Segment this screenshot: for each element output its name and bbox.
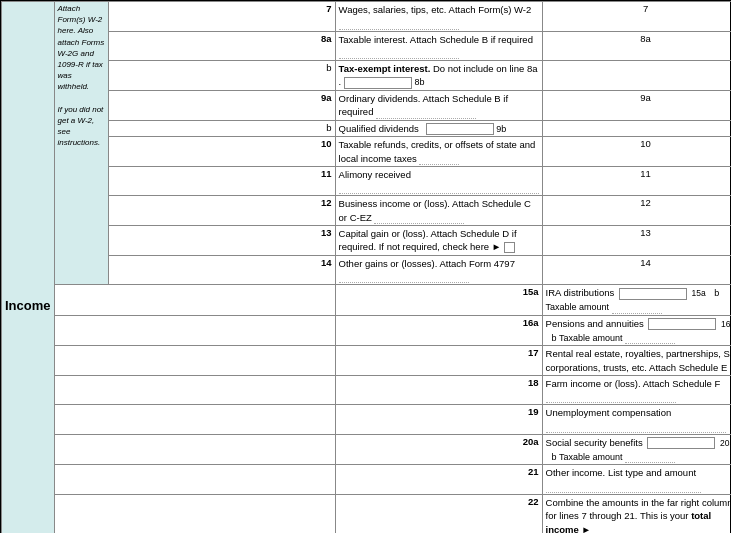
line-desc-21: Other income. List type and amount bbox=[542, 465, 731, 495]
attach-note: Attach Form(s) W-2 here. Also attach For… bbox=[54, 2, 108, 285]
line-12-row: 12 Business income or (loss). Attach Sch… bbox=[2, 196, 732, 226]
value-box-9b bbox=[542, 120, 731, 137]
line-16a-row: 16a Pensions and annuities 16a b Taxable… bbox=[2, 315, 732, 345]
line-desc-22: Combine the amounts in the far right col… bbox=[542, 495, 731, 533]
line-desc-13: Capital gain or (loss). Attach Schedule … bbox=[335, 226, 542, 256]
line-8a-row: 8a Taxable interest. Attach Schedule B i… bbox=[2, 31, 732, 61]
value-box-12: 12 bbox=[542, 196, 731, 226]
line-desc-18: Farm income or (loss). Attach Schedule F bbox=[542, 375, 731, 405]
line-22-row: 22 Combine the amounts in the far right … bbox=[2, 495, 732, 533]
line-desc-16a: Pensions and annuities 16a b Taxable amo… bbox=[542, 315, 731, 345]
line-num-22: 22 bbox=[335, 495, 542, 533]
line-desc-20a: Social security benefits 20a b Taxable a… bbox=[542, 434, 731, 464]
line-num-8a: 8a bbox=[108, 31, 335, 61]
line-num-7: 7 bbox=[108, 2, 335, 32]
value-box-9a: 9a bbox=[542, 91, 731, 121]
line-num-10: 10 bbox=[108, 137, 335, 167]
line-desc-17: Rental real estate, royalties, partnersh… bbox=[542, 346, 731, 376]
line-13-row: 13 Capital gain or (loss). Attach Schedu… bbox=[2, 226, 732, 256]
line-num-12: 12 bbox=[108, 196, 335, 226]
line-desc-9a: Ordinary dividends. Attach Schedule B if… bbox=[335, 91, 542, 121]
line-9a-row: 9a Ordinary dividends. Attach Schedule B… bbox=[2, 91, 732, 121]
line-desc-15a: IRA distributions 15a b Taxable amount bbox=[542, 285, 731, 315]
line-15a-row: 15a IRA distributions 15a b Taxable amou… bbox=[2, 285, 732, 315]
form-container: Income Attach Form(s) W-2 here. Also att… bbox=[0, 0, 731, 533]
line-18-row: 18 Farm income or (loss). Attach Schedul… bbox=[2, 375, 732, 405]
line-14-row: 14 Other gains or (losses). Attach Form … bbox=[2, 255, 732, 285]
line-num-8b: b bbox=[108, 61, 335, 91]
line-num-16a: 16a bbox=[335, 315, 542, 345]
income-section-label: Income bbox=[2, 2, 55, 534]
value-box-7: 7 bbox=[542, 2, 731, 32]
line-num-15a: 15a bbox=[335, 285, 542, 315]
line-num-18: 18 bbox=[335, 375, 542, 405]
line-num-9b: b bbox=[108, 120, 335, 137]
line-desc-12: Business income or (loss). Attach Schedu… bbox=[335, 196, 542, 226]
value-box-13: 13 bbox=[542, 226, 731, 256]
value-box-8b bbox=[542, 61, 731, 91]
line-desc-11: Alimony received bbox=[335, 166, 542, 196]
line-num-11: 11 bbox=[108, 166, 335, 196]
line-8b-row: b Tax-exempt interest. Do not include on… bbox=[2, 61, 732, 91]
line-11-row: 11 Alimony received 11 bbox=[2, 166, 732, 196]
line-num-13: 13 bbox=[108, 226, 335, 256]
line-9b-row: b Qualified dividends 9b bbox=[2, 120, 732, 137]
line-num-14: 14 bbox=[108, 255, 335, 285]
line-desc-9b: Qualified dividends 9b bbox=[335, 120, 542, 137]
line-num-17: 17 bbox=[335, 346, 542, 376]
main-table: Income Attach Form(s) W-2 here. Also att… bbox=[1, 1, 731, 533]
line-20a-row: 20a Social security benefits 20a b Taxab… bbox=[2, 434, 732, 464]
line-10-row: 10 Taxable refunds, credits, or offsets … bbox=[2, 137, 732, 167]
line-num-9a: 9a bbox=[108, 91, 335, 121]
line-desc-8b: Tax-exempt interest. Do not include on l… bbox=[335, 61, 542, 91]
income-section-row: Income Attach Form(s) W-2 here. Also att… bbox=[2, 2, 732, 32]
line-19-row: 19 Unemployment compensation 19 bbox=[2, 405, 732, 435]
line-num-19: 19 bbox=[335, 405, 542, 435]
value-box-11: 11 bbox=[542, 166, 731, 196]
value-box-8a: 8a bbox=[542, 31, 731, 61]
line-desc-19: Unemployment compensation bbox=[542, 405, 731, 435]
line-desc-7: Wages, salaries, tips, etc. Attach Form(… bbox=[335, 2, 542, 32]
value-box-14: 14 bbox=[542, 255, 731, 285]
line-num-20a: 20a bbox=[335, 434, 542, 464]
line-desc-14: Other gains or (losses). Attach Form 479… bbox=[335, 255, 542, 285]
line-desc-8a: Taxable interest. Attach Schedule B if r… bbox=[335, 31, 542, 61]
line-num-21: 21 bbox=[335, 465, 542, 495]
line-17-row: 17 Rental real estate, royalties, partne… bbox=[2, 346, 732, 376]
line-21-row: 21 Other income. List type and amount 21 bbox=[2, 465, 732, 495]
line-desc-10: Taxable refunds, credits, or offsets of … bbox=[335, 137, 542, 167]
value-box-10: 10 bbox=[542, 137, 731, 167]
